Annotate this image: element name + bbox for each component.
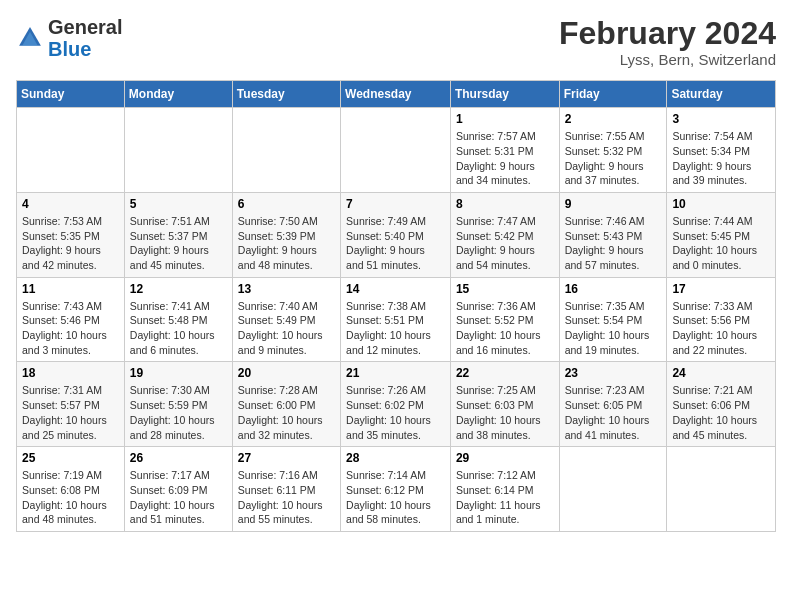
day-number: 19 [130,366,227,380]
day-number: 29 [456,451,554,465]
calendar-cell: 25Sunrise: 7:19 AM Sunset: 6:08 PM Dayli… [17,447,125,532]
day-number: 25 [22,451,119,465]
calendar-cell [341,108,451,193]
day-info: Sunrise: 7:12 AM Sunset: 6:14 PM Dayligh… [456,468,554,527]
day-number: 7 [346,197,445,211]
day-number: 20 [238,366,335,380]
calendar-cell: 9Sunrise: 7:46 AM Sunset: 5:43 PM Daylig… [559,192,667,277]
calendar-cell: 17Sunrise: 7:33 AM Sunset: 5:56 PM Dayli… [667,277,776,362]
weekday-header-thursday: Thursday [450,81,559,108]
calendar-cell: 14Sunrise: 7:38 AM Sunset: 5:51 PM Dayli… [341,277,451,362]
day-info: Sunrise: 7:16 AM Sunset: 6:11 PM Dayligh… [238,468,335,527]
day-number: 17 [672,282,770,296]
month-year-title: February 2024 [559,16,776,51]
location-label: Lyss, Bern, Switzerland [559,51,776,68]
day-info: Sunrise: 7:28 AM Sunset: 6:00 PM Dayligh… [238,383,335,442]
day-info: Sunrise: 7:23 AM Sunset: 6:05 PM Dayligh… [565,383,662,442]
logo-icon [16,24,44,52]
calendar-cell: 13Sunrise: 7:40 AM Sunset: 5:49 PM Dayli… [232,277,340,362]
day-info: Sunrise: 7:49 AM Sunset: 5:40 PM Dayligh… [346,214,445,273]
day-info: Sunrise: 7:38 AM Sunset: 5:51 PM Dayligh… [346,299,445,358]
calendar-cell [17,108,125,193]
calendar-cell: 15Sunrise: 7:36 AM Sunset: 5:52 PM Dayli… [450,277,559,362]
day-info: Sunrise: 7:36 AM Sunset: 5:52 PM Dayligh… [456,299,554,358]
day-info: Sunrise: 7:50 AM Sunset: 5:39 PM Dayligh… [238,214,335,273]
calendar-cell: 12Sunrise: 7:41 AM Sunset: 5:48 PM Dayli… [124,277,232,362]
day-info: Sunrise: 7:21 AM Sunset: 6:06 PM Dayligh… [672,383,770,442]
day-info: Sunrise: 7:54 AM Sunset: 5:34 PM Dayligh… [672,129,770,188]
calendar-cell: 27Sunrise: 7:16 AM Sunset: 6:11 PM Dayli… [232,447,340,532]
day-info: Sunrise: 7:19 AM Sunset: 6:08 PM Dayligh… [22,468,119,527]
day-number: 26 [130,451,227,465]
day-info: Sunrise: 7:46 AM Sunset: 5:43 PM Dayligh… [565,214,662,273]
day-info: Sunrise: 7:31 AM Sunset: 5:57 PM Dayligh… [22,383,119,442]
day-info: Sunrise: 7:30 AM Sunset: 5:59 PM Dayligh… [130,383,227,442]
day-number: 16 [565,282,662,296]
day-info: Sunrise: 7:33 AM Sunset: 5:56 PM Dayligh… [672,299,770,358]
day-number: 24 [672,366,770,380]
day-number: 13 [238,282,335,296]
day-info: Sunrise: 7:43 AM Sunset: 5:46 PM Dayligh… [22,299,119,358]
weekday-header-friday: Friday [559,81,667,108]
calendar-cell: 23Sunrise: 7:23 AM Sunset: 6:05 PM Dayli… [559,362,667,447]
calendar-cell: 19Sunrise: 7:30 AM Sunset: 5:59 PM Dayli… [124,362,232,447]
day-number: 9 [565,197,662,211]
calendar-cell [124,108,232,193]
day-info: Sunrise: 7:57 AM Sunset: 5:31 PM Dayligh… [456,129,554,188]
logo-general-text: General [48,16,122,38]
calendar-cell: 18Sunrise: 7:31 AM Sunset: 5:57 PM Dayli… [17,362,125,447]
calendar-cell: 21Sunrise: 7:26 AM Sunset: 6:02 PM Dayli… [341,362,451,447]
day-number: 5 [130,197,227,211]
day-number: 11 [22,282,119,296]
calendar-cell: 20Sunrise: 7:28 AM Sunset: 6:00 PM Dayli… [232,362,340,447]
day-info: Sunrise: 7:40 AM Sunset: 5:49 PM Dayligh… [238,299,335,358]
day-info: Sunrise: 7:26 AM Sunset: 6:02 PM Dayligh… [346,383,445,442]
day-info: Sunrise: 7:25 AM Sunset: 6:03 PM Dayligh… [456,383,554,442]
day-number: 2 [565,112,662,126]
day-number: 28 [346,451,445,465]
calendar-cell: 4Sunrise: 7:53 AM Sunset: 5:35 PM Daylig… [17,192,125,277]
day-info: Sunrise: 7:35 AM Sunset: 5:54 PM Dayligh… [565,299,662,358]
day-number: 1 [456,112,554,126]
calendar-cell: 29Sunrise: 7:12 AM Sunset: 6:14 PM Dayli… [450,447,559,532]
calendar-cell: 11Sunrise: 7:43 AM Sunset: 5:46 PM Dayli… [17,277,125,362]
logo: General Blue [16,16,122,60]
calendar-week-row: 25Sunrise: 7:19 AM Sunset: 6:08 PM Dayli… [17,447,776,532]
calendar-cell: 16Sunrise: 7:35 AM Sunset: 5:54 PM Dayli… [559,277,667,362]
weekday-header-saturday: Saturday [667,81,776,108]
day-number: 18 [22,366,119,380]
calendar-cell: 5Sunrise: 7:51 AM Sunset: 5:37 PM Daylig… [124,192,232,277]
weekday-header-wednesday: Wednesday [341,81,451,108]
day-info: Sunrise: 7:14 AM Sunset: 6:12 PM Dayligh… [346,468,445,527]
calendar-cell: 10Sunrise: 7:44 AM Sunset: 5:45 PM Dayli… [667,192,776,277]
day-number: 4 [22,197,119,211]
calendar-cell: 8Sunrise: 7:47 AM Sunset: 5:42 PM Daylig… [450,192,559,277]
title-block: February 2024 Lyss, Bern, Switzerland [559,16,776,68]
day-number: 3 [672,112,770,126]
day-number: 22 [456,366,554,380]
weekday-header-sunday: Sunday [17,81,125,108]
weekday-header-tuesday: Tuesday [232,81,340,108]
calendar-cell: 3Sunrise: 7:54 AM Sunset: 5:34 PM Daylig… [667,108,776,193]
day-info: Sunrise: 7:51 AM Sunset: 5:37 PM Dayligh… [130,214,227,273]
calendar-cell [559,447,667,532]
calendar-cell: 1Sunrise: 7:57 AM Sunset: 5:31 PM Daylig… [450,108,559,193]
calendar-cell [667,447,776,532]
day-info: Sunrise: 7:44 AM Sunset: 5:45 PM Dayligh… [672,214,770,273]
day-number: 14 [346,282,445,296]
day-number: 23 [565,366,662,380]
weekday-header-row: SundayMondayTuesdayWednesdayThursdayFrid… [17,81,776,108]
calendar-cell: 2Sunrise: 7:55 AM Sunset: 5:32 PM Daylig… [559,108,667,193]
calendar-cell: 26Sunrise: 7:17 AM Sunset: 6:09 PM Dayli… [124,447,232,532]
weekday-header-monday: Monday [124,81,232,108]
calendar-week-row: 18Sunrise: 7:31 AM Sunset: 5:57 PM Dayli… [17,362,776,447]
calendar-cell: 7Sunrise: 7:49 AM Sunset: 5:40 PM Daylig… [341,192,451,277]
calendar-week-row: 4Sunrise: 7:53 AM Sunset: 5:35 PM Daylig… [17,192,776,277]
logo-blue-text: Blue [48,38,91,60]
day-info: Sunrise: 7:47 AM Sunset: 5:42 PM Dayligh… [456,214,554,273]
calendar-cell: 28Sunrise: 7:14 AM Sunset: 6:12 PM Dayli… [341,447,451,532]
day-number: 10 [672,197,770,211]
day-number: 6 [238,197,335,211]
calendar-week-row: 11Sunrise: 7:43 AM Sunset: 5:46 PM Dayli… [17,277,776,362]
day-info: Sunrise: 7:17 AM Sunset: 6:09 PM Dayligh… [130,468,227,527]
